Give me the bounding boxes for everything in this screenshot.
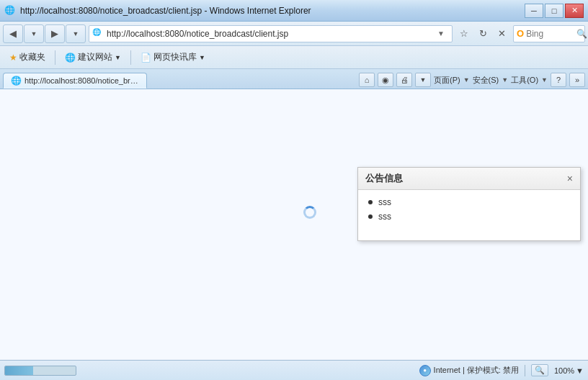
window-controls: ─ □ ✕	[525, 4, 584, 18]
bing-icon: O	[517, 28, 524, 39]
rss-button[interactable]: ◉	[378, 73, 393, 87]
window-title: http://localhost:8080/notice_broadcast/c…	[20, 6, 525, 16]
bullet-icon	[368, 214, 373, 219]
favorites-star-icon[interactable]: ☆	[455, 25, 473, 42]
notice-title: 公告信息	[365, 172, 403, 185]
safety-dropdown-icon[interactable]: ▼	[502, 76, 508, 83]
quicklinks-button[interactable]: 📄 网页快讯库 ▼	[134, 48, 212, 66]
list-item: sss	[368, 197, 570, 207]
status-internet: ● Internet | 保护模式: 禁用	[419, 365, 519, 376]
suggest-button[interactable]: 🌐 建议网站 ▼	[58, 48, 128, 66]
address-dropdown-icon[interactable]: ▼	[437, 30, 449, 37]
tab-icon: 🌐	[11, 76, 22, 86]
search-button[interactable]: 🔍	[576, 29, 587, 39]
loading-cursor	[303, 206, 319, 222]
refresh-button[interactable]: ↻	[474, 25, 491, 42]
address-input[interactable]	[107, 29, 437, 39]
address-ie-icon: 🌐	[92, 28, 104, 40]
tools-label[interactable]: 工具(O)	[511, 75, 538, 86]
status-divider	[525, 365, 525, 376]
notice-item-text-2: sss	[378, 212, 391, 222]
status-bar: ● Internet | 保护模式: 禁用 🔍 100% ▼	[0, 360, 588, 380]
stop-button[interactable]: ✕	[493, 25, 510, 42]
suggest-dropdown-icon: ▼	[115, 54, 121, 61]
progress-bar-fill	[5, 366, 33, 375]
address-bar: ◀ ▼ ▶ ▼ 🌐 ▼ ☆ ↻ ✕ O 🔍	[0, 22, 588, 46]
nav-icons: ☆ ↻ ✕	[455, 25, 510, 42]
zoom-label: 100%	[554, 366, 574, 375]
more-button[interactable]: »	[569, 73, 585, 87]
ie-icon: 🌐	[4, 5, 16, 17]
home-button[interactable]: ⌂	[359, 73, 375, 87]
tab-toolbar: ⌂ ◉ 🖨 ▼ 页面(P) ▼ 安全(S) ▼ 工具(O) ▼ ? »	[147, 73, 585, 89]
globe-icon: ●	[419, 365, 431, 376]
tab-label: http://localhost:8080/notice_broadcast/c…	[24, 76, 139, 85]
zoom-dropdown-icon[interactable]: ▼	[576, 366, 584, 375]
notice-panel: 公告信息 × sss sss	[357, 167, 581, 241]
notice-header: 公告信息 ×	[358, 168, 580, 190]
progress-bar	[4, 366, 76, 376]
status-right: ● Internet | 保护模式: 禁用 🔍 100% ▼	[419, 364, 584, 376]
close-button[interactable]: ✕	[565, 4, 584, 18]
list-item: sss	[368, 212, 570, 222]
forward-button[interactable]: ▶	[45, 24, 65, 43]
minimize-button[interactable]: ─	[525, 4, 543, 18]
restore-button[interactable]: □	[545, 4, 564, 18]
page-label[interactable]: 页面(P)	[434, 75, 460, 86]
print-dropdown[interactable]: ▼	[415, 73, 431, 87]
title-bar: 🌐 http://localhost:8080/notice_broadcast…	[0, 0, 588, 22]
page-dropdown-icon[interactable]: ▼	[463, 76, 470, 83]
zoom-decrease-button[interactable]: 🔍	[531, 364, 548, 376]
favorites-button[interactable]: ★ 收藏夹	[3, 48, 52, 66]
internet-label: Internet | 保护模式: 禁用	[434, 365, 519, 376]
tab-bar: 🌐 http://localhost:8080/notice_broadcast…	[0, 69, 588, 89]
toolbar-separator-1	[55, 50, 55, 65]
back-button[interactable]: ◀	[3, 24, 23, 43]
notice-item-text-1: sss	[378, 197, 391, 207]
print-button[interactable]: 🖨	[396, 73, 412, 87]
forward-dropdown[interactable]: ▼	[66, 24, 86, 43]
quicklinks-dropdown-icon: ▼	[199, 54, 205, 61]
search-input[interactable]	[526, 29, 576, 39]
tools-dropdown-icon[interactable]: ▼	[541, 76, 548, 83]
notice-close-button[interactable]: ×	[567, 173, 573, 184]
star-icon: ★	[9, 53, 17, 63]
toolbar: ★ 收藏夹 🌐 建议网站 ▼ 📄 网页快讯库 ▼	[0, 46, 588, 69]
back-icon: ◀	[9, 28, 17, 39]
safety-label[interactable]: 安全(S)	[473, 75, 499, 86]
forward-icon: ▶	[51, 28, 58, 39]
notice-body: sss sss	[358, 190, 580, 240]
content-area: 公告信息 × sss sss	[0, 89, 588, 360]
toolbar-separator-2	[130, 50, 131, 65]
active-tab[interactable]: 🌐 http://localhost:8080/notice_broadcast…	[3, 73, 147, 89]
address-input-wrap: 🌐 ▼	[89, 25, 453, 42]
help-button[interactable]: ?	[551, 73, 566, 87]
loading-spinner	[303, 206, 316, 219]
status-zoom: 100% ▼	[554, 366, 584, 375]
bullet-icon	[368, 200, 373, 204]
back-dropdown[interactable]: ▼	[24, 24, 44, 43]
quicklinks-icon: 📄	[141, 53, 151, 63]
search-wrap: O 🔍	[513, 25, 585, 42]
suggest-icon: 🌐	[65, 53, 76, 63]
